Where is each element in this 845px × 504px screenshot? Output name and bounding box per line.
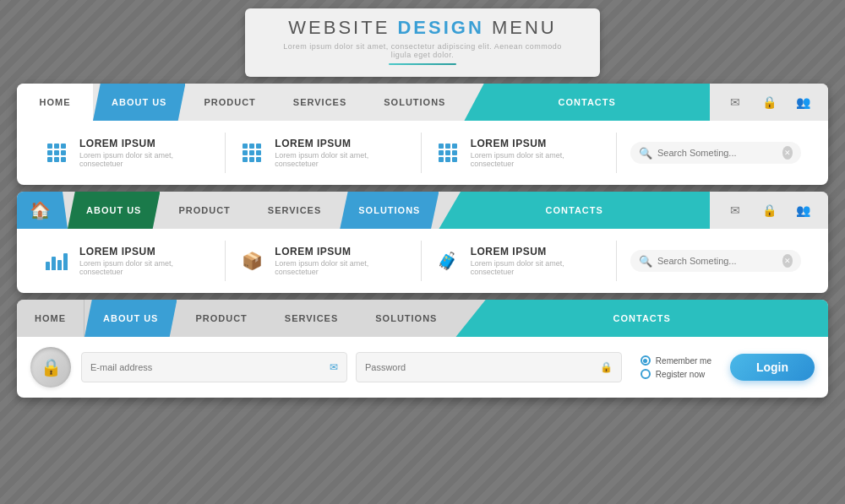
nav-services-1[interactable]: SERVICES xyxy=(275,84,365,121)
dropdown-item-1b: LOREM IPSUM Lorem ipsum dolor sit amet, … xyxy=(226,133,421,173)
nav-services-3[interactable]: SERVICES xyxy=(266,300,357,337)
users-icon-2[interactable]: 👥 xyxy=(791,198,815,222)
dropdown-text-2b: LOREM IPSUM Lorem ipsum dolor sit amet, … xyxy=(275,246,406,276)
register-option[interactable]: Register now xyxy=(641,369,711,379)
nav-product-2[interactable]: PRODUCT xyxy=(160,192,248,229)
dropdown-item-2a: LOREM IPSUM Lorem ipsum dolor sit amet, … xyxy=(30,241,226,281)
nav-bar-2: 🏠 ABOUT US PRODUCT SERVICES SOLUTIONS CO… xyxy=(17,192,828,229)
dropdown-text-1a: LOREM IPSUM Lorem ipsum dolor sit amet, … xyxy=(79,138,211,168)
search-area-2: 🔍 ✕ xyxy=(617,250,815,272)
search-icon-1: 🔍 xyxy=(639,147,652,160)
register-label: Register now xyxy=(656,370,705,379)
nav-section-2: 🏠 ABOUT US PRODUCT SERVICES SOLUTIONS CO… xyxy=(17,192,828,293)
nav-contacts-2[interactable]: CONTACTS xyxy=(439,192,710,229)
nav-home-3[interactable]: HOME xyxy=(17,300,84,337)
nav-home-1[interactable]: HOME xyxy=(17,84,93,121)
email-input-wrapper[interactable]: ✉ xyxy=(81,352,347,382)
remember-radio[interactable] xyxy=(641,355,651,366)
nav-about-2[interactable]: ABOUT US xyxy=(68,192,160,229)
dropdown-item-1a: LOREM IPSUM Lorem ipsum dolor sit amet, … xyxy=(30,133,226,173)
email-icon: ✉ xyxy=(330,361,338,373)
grid-icon-1c xyxy=(435,144,461,162)
remember-me-option[interactable]: Remember me xyxy=(641,355,711,366)
nav-solutions-1[interactable]: SOLUTIONS xyxy=(365,84,464,121)
barchart-icon-2a xyxy=(44,252,69,270)
dropdown-text-2c: LOREM IPSUM Lorem ipsum dolor sit amet, … xyxy=(471,246,602,276)
remember-label: Remember me xyxy=(656,356,711,366)
password-input[interactable] xyxy=(365,362,600,372)
nav-product-3[interactable]: PRODUCT xyxy=(177,300,265,337)
title-underline xyxy=(389,63,456,65)
search-box-1[interactable]: 🔍 ✕ xyxy=(630,142,801,164)
dropdown-text-1c: LOREM IPSUM Lorem ipsum dolor sit amet, … xyxy=(471,138,602,168)
title-subtitle: Lorem ipsum dolor sit amet, consectetur … xyxy=(279,42,566,59)
grid-icon-1a xyxy=(44,144,69,162)
login-options: Remember me Register now xyxy=(632,355,720,379)
nav-home-icon-2[interactable]: 🏠 xyxy=(17,192,68,229)
dropdown-item-2b: 📦 LOREM IPSUM Lorem ipsum dolor sit amet… xyxy=(226,241,421,281)
box-icon-2b: 📦 xyxy=(239,251,264,271)
dropdown-item-1c: LOREM IPSUM Lorem ipsum dolor sit amet, … xyxy=(422,133,617,173)
search-icon-2: 🔍 xyxy=(639,255,652,268)
nav-icons-2: ✉ 🔒 👥 xyxy=(710,192,828,229)
title-card: WEBSITE DESIGN MENU Lorem ipsum dolor si… xyxy=(245,8,600,77)
search-input-1[interactable] xyxy=(657,148,777,158)
dropdown-text-2a: LOREM IPSUM Lorem ipsum dolor sit amet, … xyxy=(79,246,211,276)
nav-icons-1: ✉ 🔒 👥 xyxy=(710,84,828,121)
nav-services-2[interactable]: SERVICES xyxy=(249,192,340,229)
nav-product-1[interactable]: PRODUCT xyxy=(185,84,274,121)
house-icon: 🏠 xyxy=(30,200,52,220)
search-input-2[interactable] xyxy=(657,256,777,266)
password-icon: 🔒 xyxy=(600,361,613,373)
email-input[interactable] xyxy=(90,362,330,372)
nav-about-1[interactable]: ABOUT US xyxy=(93,84,185,121)
register-radio[interactable] xyxy=(641,369,651,379)
dropdown-text-1b: LOREM IPSUM Lorem ipsum dolor sit amet, … xyxy=(275,138,406,168)
nav-solutions-3[interactable]: SOLUTIONS xyxy=(357,300,455,337)
nav-section-1: HOME ABOUT US PRODUCT SERVICES SOLUTIONS… xyxy=(17,84,828,185)
nav-login-area: 🔒 ✉ 🔒 Remember me Register now xyxy=(17,337,828,398)
lock-circle-icon: 🔒 xyxy=(30,347,71,387)
users-icon-1[interactable]: 👥 xyxy=(791,90,815,114)
nav-dropdown-2: LOREM IPSUM Lorem ipsum dolor sit amet, … xyxy=(17,229,828,293)
clear-icon-1[interactable]: ✕ xyxy=(782,146,793,160)
nav-solutions-2[interactable]: SOLUTIONS xyxy=(340,192,439,229)
search-area-1: 🔍 ✕ xyxy=(617,142,815,164)
lock-icon-2[interactable]: 🔒 xyxy=(757,198,781,222)
dropdown-item-2c: 🧳 LOREM IPSUM Lorem ipsum dolor sit amet… xyxy=(422,241,617,281)
mail-icon-2[interactable]: ✉ xyxy=(723,198,747,222)
password-input-wrapper[interactable]: 🔒 xyxy=(356,352,622,382)
suitcase-icon-2c: 🧳 xyxy=(435,251,461,271)
mail-icon-1[interactable]: ✉ xyxy=(723,90,747,114)
login-inputs: ✉ 🔒 xyxy=(81,352,622,382)
clear-icon-2[interactable]: ✕ xyxy=(782,254,793,268)
nav-section-3: HOME ABOUT US PRODUCT SERVICES SOLUTIONS… xyxy=(17,300,828,398)
search-box-2[interactable]: 🔍 ✕ xyxy=(630,250,801,272)
grid-icon-1b xyxy=(239,144,264,162)
site-title: WEBSITE DESIGN MENU xyxy=(279,17,566,39)
login-button[interactable]: Login xyxy=(730,354,815,381)
lock-icon-1[interactable]: 🔒 xyxy=(757,90,781,114)
nav-bar-3: HOME ABOUT US PRODUCT SERVICES SOLUTIONS… xyxy=(17,300,828,337)
nav-contacts-3[interactable]: CONTACTS xyxy=(455,300,828,337)
nav-contacts-1[interactable]: CONTACTS xyxy=(464,84,710,121)
nav-dropdown-1: LOREM IPSUM Lorem ipsum dolor sit amet, … xyxy=(17,121,828,185)
nav-about-3[interactable]: ABOUT US xyxy=(84,300,177,337)
nav-bar-1: HOME ABOUT US PRODUCT SERVICES SOLUTIONS… xyxy=(17,84,828,121)
